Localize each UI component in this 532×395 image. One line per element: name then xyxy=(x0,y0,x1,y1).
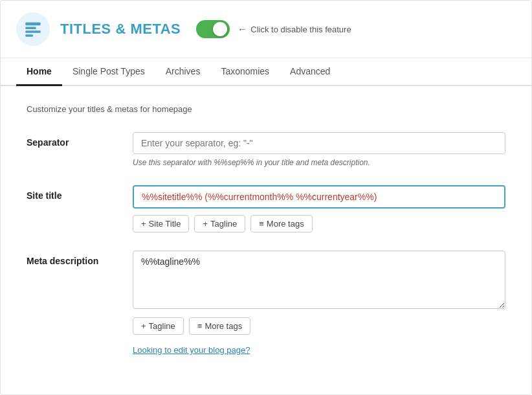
plus-icon-2: + xyxy=(203,219,208,229)
disable-hint-text: Click to disable this feature xyxy=(250,25,351,34)
page-title: TITLES & METAS xyxy=(60,21,181,38)
separator-control: Use this separator with %%sep%% in your … xyxy=(133,132,505,167)
separator-input[interactable] xyxy=(133,132,505,154)
meta-tag-buttons: + Tagline ≡ More tags xyxy=(133,317,505,335)
svg-rect-2 xyxy=(25,30,40,33)
tagline-btn-1-label: Tagline xyxy=(210,219,237,229)
tab-single-post-types[interactable]: Single Post Types xyxy=(62,58,155,86)
tagline-btn-1[interactable]: + Tagline xyxy=(194,215,245,232)
separator-row: Separator Use this separator with %%sep%… xyxy=(27,132,505,167)
section-subtitle: Customize your titles & metas for homepa… xyxy=(27,104,505,114)
site-title-btn-label: Site Title xyxy=(149,219,181,229)
plus-icon-3: + xyxy=(141,321,146,331)
site-title-control: + Site Title + Tagline ≡ More tags xyxy=(133,185,505,232)
disable-hint: ← Click to disable this feature xyxy=(238,24,351,34)
tab-archives[interactable]: Archives xyxy=(155,58,211,86)
site-title-label: Site title xyxy=(27,185,117,201)
header: TITLES & METAS ← Click to disable this f… xyxy=(1,1,531,58)
tab-home[interactable]: Home xyxy=(16,58,62,86)
more-tags-btn-1-label: More tags xyxy=(267,219,304,229)
menu-icon-1: ≡ xyxy=(259,219,264,229)
more-tags-btn-2[interactable]: ≡ More tags xyxy=(189,317,250,335)
separator-hint: Use this separator with %%sep%% in your … xyxy=(133,158,505,167)
site-title-row: Site title + Site Title + Tagline ≡ More… xyxy=(27,185,505,232)
blog-page-link[interactable]: Looking to edit your blog page? xyxy=(133,345,250,355)
tab-advanced[interactable]: Advanced xyxy=(280,58,340,86)
page-wrapper: TITLES & METAS ← Click to disable this f… xyxy=(0,0,532,395)
tagline-btn-2[interactable]: + Tagline xyxy=(133,317,184,335)
arrow-left-icon: ← xyxy=(238,24,247,34)
menu-icon-2: ≡ xyxy=(197,321,203,331)
tagline-btn-2-label: Tagline xyxy=(149,321,175,331)
tabs-nav: Home Single Post Types Archives Taxonomi… xyxy=(1,58,531,86)
site-title-btn[interactable]: + Site Title xyxy=(133,215,189,232)
plus-icon: + xyxy=(141,219,146,229)
more-tags-btn-2-label: More tags xyxy=(205,321,242,331)
site-title-input[interactable] xyxy=(133,185,505,209)
toggle-container: ← Click to disable this feature xyxy=(196,20,351,38)
meta-description-textarea[interactable]: %%tagline%% xyxy=(133,251,505,309)
toggle-track xyxy=(196,20,230,38)
titles-metas-icon xyxy=(24,20,42,38)
tab-content: Customize your titles & metas for homepa… xyxy=(1,86,531,391)
svg-rect-1 xyxy=(25,27,36,30)
site-title-tag-buttons: + Site Title + Tagline ≡ More tags xyxy=(133,215,505,232)
separator-label: Separator xyxy=(27,132,117,148)
toggle-thumb xyxy=(213,22,227,36)
svg-rect-3 xyxy=(25,34,33,37)
feature-toggle[interactable] xyxy=(196,20,230,38)
meta-description-row: Meta description %%tagline%% + Tagline ≡… xyxy=(27,251,505,355)
meta-description-label: Meta description xyxy=(27,251,117,266)
plugin-icon-wrap xyxy=(16,12,50,46)
more-tags-btn-1[interactable]: ≡ More tags xyxy=(250,215,312,232)
meta-description-control: %%tagline%% + Tagline ≡ More tags Lookin… xyxy=(133,251,505,355)
svg-rect-0 xyxy=(25,23,40,26)
tab-taxonomies[interactable]: Taxonomies xyxy=(210,58,280,86)
